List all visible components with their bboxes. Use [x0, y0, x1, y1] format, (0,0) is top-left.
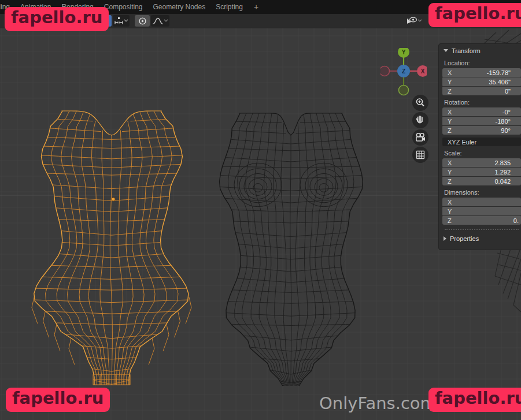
watermark-bottom-right: fapello.ru	[428, 388, 521, 412]
proportional-circle-icon	[138, 17, 147, 25]
dimensions-y-field[interactable]: Y	[442, 207, 521, 215]
add-workspace-button[interactable]: +	[248, 0, 264, 14]
properties-panel-header[interactable]: Properties	[439, 232, 521, 244]
axis-label: Y	[448, 79, 460, 86]
axis-label: Z	[448, 178, 460, 185]
camera-view-button[interactable]	[412, 129, 428, 146]
dimensions-z-field[interactable]: Z 0.	[442, 216, 521, 225]
dimensions-label: Dimensions:	[439, 185, 521, 198]
workspace-tab-geometry-nodes[interactable]: Geometry Nodes	[148, 0, 211, 14]
panel-resize-grip[interactable]	[445, 229, 518, 230]
rotation-z-field[interactable]: Z 90°	[442, 126, 521, 135]
chevron-down-icon	[417, 19, 422, 23]
visibility-eye-icon	[406, 16, 417, 25]
svg-text:X: X	[421, 68, 425, 75]
proportional-editing-button[interactable]	[135, 15, 150, 27]
dimensions-x-field[interactable]: X	[442, 198, 521, 206]
workspace-tab-scripting[interactable]: Scripting	[210, 0, 248, 14]
rotation-x-field[interactable]: X -0°	[442, 107, 521, 116]
ortho-toggle-button[interactable]	[412, 147, 428, 163]
hand-icon	[412, 112, 428, 128]
field-value: -0°	[460, 109, 521, 116]
axis-label: X	[448, 199, 460, 206]
camera-icon	[412, 129, 428, 146]
zoom-icon	[412, 95, 428, 111]
watermark-top-right: fapello.ru	[428, 3, 521, 27]
scale-z-field[interactable]: Z 0.042	[442, 177, 521, 185]
snap-increment-icon	[114, 17, 124, 25]
svg-text:Y: Y	[402, 49, 406, 55]
rotation-mode-dropdown[interactable]: XYZ Euler	[442, 137, 521, 146]
scale-y-field[interactable]: Y 1.292	[442, 168, 521, 176]
field-value: 0.042	[460, 178, 521, 185]
svg-text:Z: Z	[402, 68, 405, 75]
watermark-top-left: fapello.ru	[5, 7, 109, 31]
rotation-y-field[interactable]: Y -180°	[442, 117, 521, 125]
watermark-onlyfans: OnlyFans.com	[319, 393, 437, 413]
field-value: 0.	[460, 217, 521, 224]
field-value: 35.406"	[460, 79, 521, 86]
axis-label: Z	[448, 217, 460, 224]
location-z-field[interactable]: Z 0"	[442, 87, 521, 95]
snap-target-button[interactable]	[113, 15, 130, 27]
expand-caret-icon	[444, 236, 446, 241]
collapse-caret-icon	[444, 49, 448, 52]
rotation-mode-value: XYZ Euler	[448, 139, 476, 146]
axis-label: Y	[448, 208, 460, 215]
rotation-label: Rotation:	[439, 95, 521, 107]
axis-label: Z	[448, 127, 460, 134]
location-x-field[interactable]: X -159.78"	[442, 68, 521, 77]
axis-label: X	[448, 109, 460, 116]
properties-panel-title: Properties	[450, 235, 479, 242]
field-value: 90°	[460, 127, 521, 134]
chevron-down-icon	[124, 19, 128, 23]
field-value: -180°	[460, 118, 521, 125]
axis-label: X	[448, 69, 460, 76]
pan-tool-button[interactable]	[412, 112, 428, 128]
field-value: -159.78"	[460, 69, 521, 76]
axis-label: X	[448, 159, 460, 166]
location-label: Location:	[439, 56, 521, 68]
proportional-falloff-button[interactable]	[151, 15, 169, 27]
field-value: 0"	[460, 88, 521, 95]
watermark-bottom-left: fapello.ru	[6, 388, 110, 412]
location-y-field[interactable]: Y 35.406"	[442, 77, 521, 86]
navigation-gizmo[interactable]: YXZ	[380, 48, 427, 96]
zoom-tool-button[interactable]	[412, 95, 428, 111]
field-value: 1.292	[460, 169, 521, 176]
scale-x-field[interactable]: X 2.835	[442, 158, 521, 167]
chevron-down-icon	[164, 19, 168, 23]
object-visibility-button[interactable]	[405, 15, 423, 27]
axis-label: Y	[448, 169, 460, 176]
axis-label: Y	[448, 118, 460, 125]
field-value: 2.835	[460, 159, 521, 166]
scale-label: Scale:	[439, 146, 521, 158]
grid-icon	[412, 147, 428, 163]
falloff-curve-icon	[152, 17, 164, 25]
transform-panel-header[interactable]: Transform	[439, 44, 521, 56]
sidebar-n-panel: Transform Location: X -159.78" Y 35.406"…	[438, 43, 521, 250]
transform-panel-title: Transform	[452, 47, 481, 54]
axis-label: Z	[448, 88, 460, 95]
